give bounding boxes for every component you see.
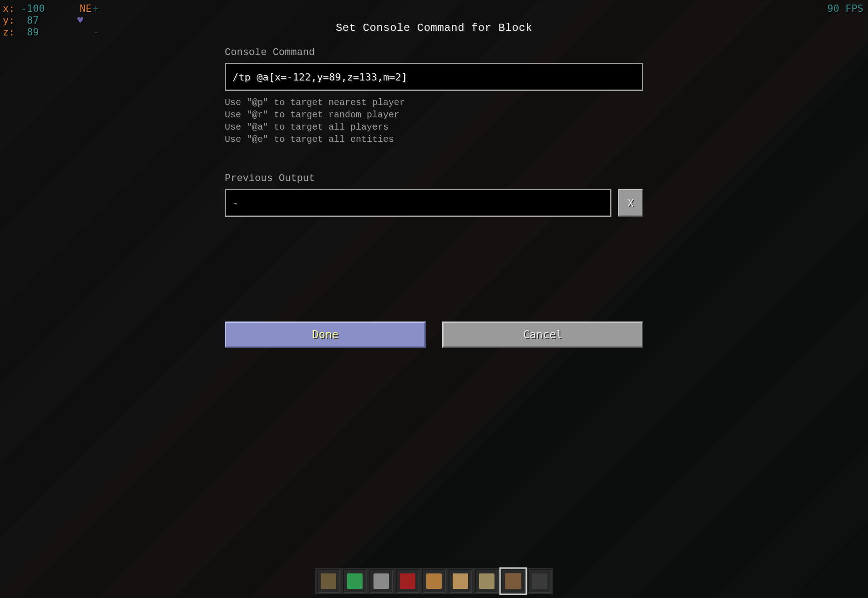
hud-minus-icon: - (93, 26, 99, 38)
target-selector-hints: Use "@p" to target nearest player Use "@… (225, 96, 643, 146)
command-block-dialog: Set Console Command for Block Console Co… (225, 22, 643, 348)
previous-output-field (225, 189, 611, 217)
redstone-icon (400, 573, 415, 589)
coord-z-label: z: (3, 26, 15, 38)
hotbar-slot-tool[interactable] (500, 568, 527, 595)
cancel-button[interactable]: Cancel (442, 322, 643, 348)
heart-icon: ♥ (77, 15, 83, 26)
hint-line: Use "@p" to target nearest player (225, 96, 643, 109)
coord-y-value: 87 (27, 15, 39, 26)
hud-coordinates: x: -100 y: 87 z: 89 (3, 3, 45, 38)
coord-x-value: -100 (21, 3, 45, 14)
hotbar-slot-command-block-chain[interactable] (447, 568, 474, 594)
command-label: Console Command (225, 47, 643, 58)
hotbar-slot-redstone[interactable] (394, 568, 421, 594)
command-block-chain-icon (453, 573, 468, 589)
hotbar-slot-command-block[interactable] (421, 568, 447, 594)
empty-icon (532, 573, 547, 589)
toggle-output-button[interactable]: X (618, 189, 643, 217)
command-input[interactable] (225, 63, 643, 91)
grass-block-icon (321, 573, 336, 589)
hud-plus-icon: + (93, 3, 99, 15)
coord-y-label: y: (3, 15, 15, 26)
hud-fps: 90 FPS (828, 3, 863, 15)
command-block-repeat-icon (479, 573, 495, 589)
coord-z-value: 89 (27, 26, 39, 38)
hotbar-slot-emerald-block[interactable] (342, 568, 368, 594)
hotbar-slot-grass-block[interactable] (315, 568, 342, 594)
done-button[interactable]: Done (225, 322, 426, 348)
rail-icon (373, 573, 389, 589)
hotbar-slot-empty[interactable] (526, 568, 553, 594)
hint-line: Use "@r" to target random player (225, 109, 643, 121)
command-block-icon (426, 573, 442, 589)
tool-icon (505, 573, 521, 589)
previous-output-label: Previous Output (225, 173, 643, 184)
hotbar-slot-command-block-repeat[interactable] (474, 568, 500, 594)
hint-line: Use "@e" to target all entities (225, 133, 643, 146)
hotbar (315, 568, 553, 594)
emerald-block-icon (347, 573, 363, 589)
hint-line: Use "@a" to target all players (225, 121, 643, 133)
coord-x-label: x: (3, 3, 15, 14)
hud-compass: NE (80, 3, 92, 15)
dialog-title: Set Console Command for Block (225, 22, 643, 34)
hotbar-slot-rail[interactable] (368, 568, 394, 594)
